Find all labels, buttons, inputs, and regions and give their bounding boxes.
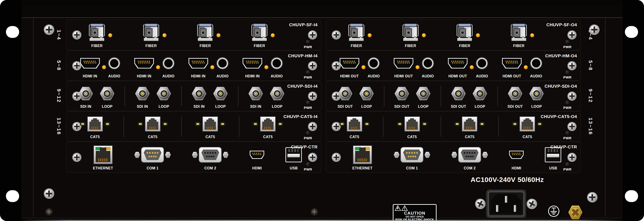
inlet-pin <box>514 205 516 212</box>
fiber-port <box>142 24 160 42</box>
phillips-slot-icon <box>568 153 576 162</box>
card-model-label: CHUVP-SDI-O4 <box>544 84 577 89</box>
cat5-port <box>87 116 103 131</box>
phillips-slot-icon <box>45 208 53 215</box>
sdi-out-port <box>451 86 466 101</box>
port-label: HDMI IN <box>191 74 206 80</box>
card-chuvp-cat5-o4-right: CAT5CAT5CAT5CAT5CHUVP-CAT5-O4PWR <box>326 111 581 142</box>
module-row-cat5: CAT5CAT5CAT5CAT5CHUVP-CAT5-I4PWRCAT5CAT5… <box>66 111 581 142</box>
separator <box>124 86 125 106</box>
signal-led <box>271 33 275 37</box>
thumbscrew <box>568 153 576 162</box>
separator <box>124 116 124 137</box>
port-group: CAT5 <box>195 113 225 140</box>
port-label: HDMI OUT <box>394 74 413 80</box>
thumbscrew <box>44 25 54 35</box>
port-label: HDMI IN <box>83 74 97 80</box>
port-group: SDI INLOOP <box>135 82 172 110</box>
link-led <box>162 122 168 126</box>
port-label: LOOP <box>272 105 283 110</box>
audio-port <box>271 58 282 69</box>
phillips-slot-icon <box>72 153 82 162</box>
card-chuvp-cat5-i4-left: CAT5CAT5CAT5CAT5CHUVP-CAT5-I4PWR <box>66 111 322 142</box>
caution-line1: DO NOT OPEN <box>402 215 428 218</box>
audio-port <box>217 58 228 69</box>
com-1-port <box>134 147 171 162</box>
module-row-fiber: FIBERFIBERFIBERFIBERCHUVP-SF-I4PWRFIBERF… <box>66 20 581 51</box>
hdmi-port <box>250 151 264 159</box>
fiber-port <box>88 24 106 42</box>
fiber-port <box>348 24 365 42</box>
port-label: FIBER <box>459 44 470 49</box>
thumbscrew <box>72 122 82 131</box>
port-label: ETHERNET <box>93 166 113 172</box>
thumbscrew <box>568 61 576 70</box>
port-group: FIBER <box>402 21 426 49</box>
power-indicator: PWR <box>304 70 312 79</box>
power-indicator: PWR <box>563 131 572 140</box>
signal-led <box>530 33 534 37</box>
hdmi-in-port <box>134 58 154 69</box>
link-led <box>364 122 370 126</box>
thumbscrew <box>308 153 317 162</box>
port-label: CAT5 <box>90 135 100 140</box>
cat5-port <box>347 116 362 131</box>
thumbscrew <box>308 92 317 101</box>
signal-led <box>210 65 214 69</box>
port-label: CAT5 <box>522 135 532 140</box>
sdi-out-port <box>394 86 410 101</box>
power-label: PWR <box>563 167 572 171</box>
ports-area: FIBERFIBERFIBERFIBER <box>73 21 290 49</box>
thumbscrew <box>308 61 317 70</box>
ethernet-port <box>353 145 372 164</box>
port-label: HDMI OUT <box>340 74 359 80</box>
phillips-slot-icon <box>72 92 82 101</box>
jack-nut-icon <box>192 152 198 158</box>
audio-port <box>476 58 488 69</box>
card-chuvp-sf-o4-right: FIBERFIBERFIBERFIBERCHUVP-SF-O4PWR <box>326 20 581 51</box>
phillips-slot-icon <box>589 25 600 35</box>
ports-area: ETHERNETCOM 1COM 2HDMIUSB <box>342 143 572 172</box>
port-label: HDMI IN <box>245 74 260 80</box>
card-chuvp-ctr-right: ETHERNETCOM 1COM 2HDMIUSBCHUVP-CTRPWR <box>326 142 581 173</box>
phillips-slot-icon <box>308 61 317 70</box>
separator <box>383 116 384 137</box>
loop-port <box>472 86 488 101</box>
power-rating-label: AC100V-240V 50/60Hz <box>468 176 546 183</box>
card-model-label: CHUVP-HM-O4 <box>545 53 577 59</box>
panel-screw <box>45 208 53 215</box>
base-edge <box>18 220 626 221</box>
module-row-ctr: ETHERNETCOM 1COM 2HDMIUSBCHUVP-CTRPWRETH… <box>66 142 581 173</box>
port-label: SDI IN <box>80 105 92 110</box>
thumbscrew <box>568 122 576 131</box>
sdi-in-port <box>135 86 150 101</box>
port-group: HDMI INAUDIO <box>80 52 120 80</box>
port-group: FIBER <box>88 21 112 49</box>
phillips-slot-icon <box>332 61 341 70</box>
loop-port <box>100 86 115 101</box>
port-label: CAT5 <box>407 135 417 140</box>
phillips-slot-icon <box>311 208 318 215</box>
hdmi-out-port <box>448 58 468 69</box>
port-label: LOOP <box>418 105 428 110</box>
ethernet-port <box>94 145 112 164</box>
link-led <box>480 122 485 126</box>
port-group: FIBER <box>142 21 166 49</box>
port-group: FIBER <box>510 21 534 49</box>
port-label: LOOP <box>532 105 542 110</box>
loop-port <box>213 86 228 101</box>
power-label: PWR <box>563 45 572 49</box>
jack-nut-icon <box>424 152 430 158</box>
port-label: FIBER <box>351 44 362 49</box>
module-row-sdi: SDI INLOOPSDI INLOOPSDI INLOOPSDI INLOOP… <box>66 81 581 111</box>
port-label: CAT5 <box>465 135 474 140</box>
port-group: COM 2 <box>451 143 488 172</box>
power-label: PWR <box>563 106 572 110</box>
com-2-port <box>451 147 488 162</box>
thumbscrew <box>72 61 82 70</box>
mounting-hole <box>6 26 19 38</box>
port-label: FIBER <box>146 44 157 49</box>
ports-area: ETHERNETCOM 1COM 2HDMIUSB <box>82 143 312 172</box>
thumbscrew <box>332 61 341 70</box>
signal-led <box>368 33 372 37</box>
